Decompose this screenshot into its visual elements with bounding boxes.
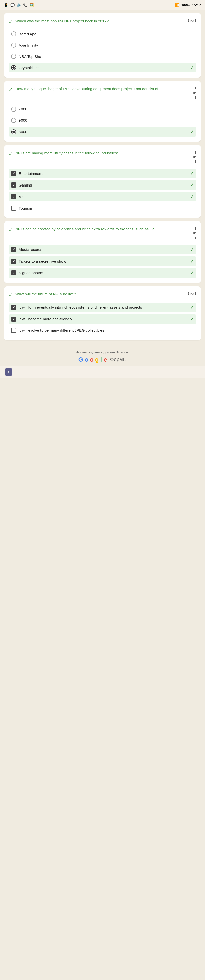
option-label-8000: 8000 [19, 129, 188, 134]
correct-check-icon-5: ✓ [9, 292, 13, 298]
footer: Форма создана в домене Binance. Google Ф… [0, 345, 205, 366]
checkbox-check-signed-photos: ✓ [13, 271, 15, 274]
checkbox-tourism[interactable] [11, 205, 16, 211]
radio-bored-ape[interactable] [11, 32, 16, 37]
option-row-jpeg[interactable]: It will evolve to be many different JPEG… [9, 326, 196, 335]
checkbox-art[interactable]: ✓ [11, 194, 16, 199]
correct-check-icon-4: ✓ [9, 227, 13, 233]
option-row-tourism[interactable]: Tourism [9, 204, 196, 213]
correct-icon-eco-friendly: ✓ [190, 316, 194, 322]
score-badge-4: 1из1 [193, 226, 196, 240]
option-row-gaming[interactable]: ✓ Gaming ✓ [9, 180, 196, 190]
option-row-cryptokitties[interactable]: Cryptokitties ✓ [9, 63, 196, 73]
checkbox-check-art: ✓ [13, 195, 15, 199]
question-card-1: ✓ Which was the most popular NFT project… [4, 13, 201, 78]
checkbox-gaming[interactable]: ✓ [11, 183, 16, 188]
checkbox-tickets[interactable]: ✓ [11, 259, 16, 264]
option-label-jpeg: It will evolve to be many different JPEG… [19, 328, 194, 332]
checkbox-check-gaming: ✓ [13, 183, 15, 187]
option-label-signed-photos: Signed photos [19, 270, 188, 275]
option-label-nba: NBA Top Shot [19, 54, 194, 59]
radio-inner-8000 [13, 130, 15, 133]
options-3: ✓ Entertainment ✓ ✓ Gaming ✓ ✓ Art ✓ [9, 169, 196, 213]
option-label-bored-ape: Bored Ape [19, 32, 194, 36]
radio-9000[interactable] [11, 118, 16, 123]
option-row-axie[interactable]: Axie Infinity [9, 41, 196, 50]
settings-icon: ⚙️ [17, 3, 21, 7]
option-row-bored-ape[interactable]: Bored Ape [9, 29, 196, 38]
option-label-eco-friendly: It will become more eco-friendly [19, 317, 188, 321]
question-text-3: NFTs are having more utility cases in th… [16, 150, 118, 156]
radio-cryptokitties[interactable] [11, 65, 16, 70]
option-row-signed-photos[interactable]: ✓ Signed photos ✓ [9, 268, 196, 278]
checkbox-check-entertainment: ✓ [13, 172, 15, 175]
option-row-rich-ecosystems[interactable]: ✓ It will form eventually into rich ecos… [9, 302, 196, 312]
option-row-8000[interactable]: 8000 ✓ [9, 127, 196, 137]
checkbox-check-eco-friendly: ✓ [13, 317, 15, 321]
option-label-tourism: Tourism [19, 206, 194, 210]
correct-icon-art: ✓ [190, 194, 194, 199]
question-left-2: ✓ How many unique "bags" of RPG adventur… [9, 86, 191, 93]
status-bar: 📱 💬 ⚙️ 📞 🖼️ 📶 100% 15:17 [0, 0, 205, 10]
option-label-gaming: Gaming [19, 183, 188, 187]
checkbox-signed-photos[interactable]: ✓ [11, 270, 16, 275]
correct-check-icon-2: ✓ [9, 87, 13, 93]
checkbox-check-music-records: ✓ [13, 248, 15, 251]
options-2: 7000 9000 8000 ✓ [9, 105, 196, 137]
radio-8000[interactable] [11, 129, 16, 134]
score-badge-5: 1 из 1 [188, 291, 196, 296]
radio-nba[interactable] [11, 54, 16, 59]
nav-exclaim-button[interactable]: ! [5, 369, 12, 375]
options-5: ✓ It will form eventually into rich ecos… [9, 302, 196, 335]
question-header-2: ✓ How many unique "bags" of RPG adventur… [9, 86, 196, 100]
question-header-1: ✓ Which was the most popular NFT project… [9, 18, 196, 25]
correct-icon-entertainment: ✓ [190, 170, 194, 176]
google-forms-brand: Google Формы [4, 356, 201, 363]
checkbox-jpeg[interactable] [11, 328, 16, 333]
radio-axie[interactable] [11, 43, 16, 48]
option-row-7000[interactable]: 7000 [9, 105, 196, 114]
option-label-axie: Axie Infinity [19, 43, 194, 48]
question-text-2: How many unique "bags" of RPG adventurin… [16, 86, 161, 91]
checkbox-entertainment[interactable]: ✓ [11, 171, 16, 176]
time-display: 15:17 [192, 3, 201, 7]
option-row-tickets[interactable]: ✓ Tickets to a secret live show ✓ [9, 256, 196, 266]
option-row-nba[interactable]: NBA Top Shot [9, 52, 196, 61]
checkbox-eco-friendly[interactable]: ✓ [11, 317, 16, 321]
image-icon: 🖼️ [29, 3, 34, 7]
radio-inner-cryptokitties [13, 67, 15, 69]
option-row-music-records[interactable]: ✓ Music records ✓ [9, 245, 196, 255]
status-icons-left: 📱 💬 ⚙️ 📞 🖼️ [4, 3, 34, 7]
correct-icon-tickets: ✓ [190, 258, 194, 264]
correct-icon-signed-photos: ✓ [190, 270, 194, 276]
option-row-art[interactable]: ✓ Art ✓ [9, 192, 196, 202]
question-left-1: ✓ Which was the most popular NFT project… [9, 18, 185, 25]
question-header-5: ✓ What will the future of NFTs be like? … [9, 291, 196, 298]
option-label-cryptokitties: Cryptokitties [19, 66, 188, 70]
status-icons-right: 📶 100% 15:17 [175, 3, 201, 7]
question-card-5: ✓ What will the future of NFTs be like? … [4, 286, 201, 340]
option-label-entertainment: Entertainment [19, 171, 188, 176]
question-header-3: ✓ NFTs are having more utility cases in … [9, 150, 196, 164]
option-row-entertainment[interactable]: ✓ Entertainment ✓ [9, 169, 196, 178]
checkbox-check-tickets: ✓ [13, 259, 15, 263]
option-row-9000[interactable]: 9000 [9, 116, 196, 125]
wifi-icon: 📶 [175, 3, 180, 7]
checkbox-rich-ecosystems[interactable]: ✓ [11, 305, 16, 310]
option-label-tickets: Tickets to a secret live show [19, 259, 188, 263]
score-badge-3: 1из1 [193, 150, 196, 164]
option-label-rich-ecosystems: It will form eventually into rich ecosys… [19, 305, 188, 309]
question-left-3: ✓ NFTs are having more utility cases in … [9, 150, 191, 157]
correct-icon-cryptokitties: ✓ [190, 65, 194, 70]
score-badge-2: 1из1 [193, 86, 196, 100]
checkbox-music-records[interactable]: ✓ [11, 247, 16, 252]
correct-icon-8000: ✓ [190, 129, 194, 135]
checkbox-check-rich-ecosystems: ✓ [13, 305, 15, 309]
radio-7000[interactable] [11, 107, 16, 112]
option-row-eco-friendly[interactable]: ✓ It will become more eco-friendly ✓ [9, 314, 196, 324]
call-icon: 📞 [23, 3, 27, 7]
correct-icon-rich-ecosystems: ✓ [190, 305, 194, 310]
phone-icon: 📱 [4, 3, 8, 7]
google-forms-label: Формы [110, 356, 127, 363]
footer-domain-text: Форма создана в домене Binance. [76, 350, 129, 354]
